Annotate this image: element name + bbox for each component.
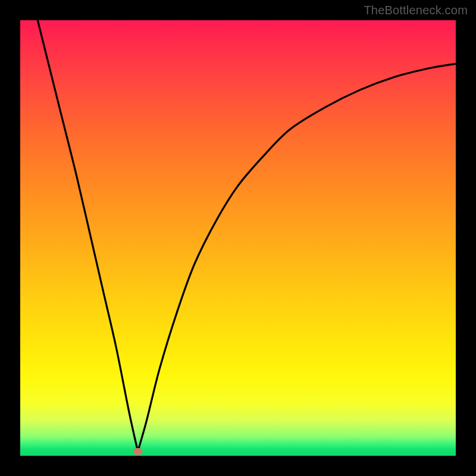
bottleneck-curve [20,20,456,456]
plot-area [20,20,456,456]
watermark-label: TheBottleneck.com [364,4,468,17]
curve-right-branch [138,64,456,451]
minimum-marker [133,448,143,455]
curve-left-branch [37,20,137,452]
chart-frame: TheBottleneck.com [0,0,476,476]
